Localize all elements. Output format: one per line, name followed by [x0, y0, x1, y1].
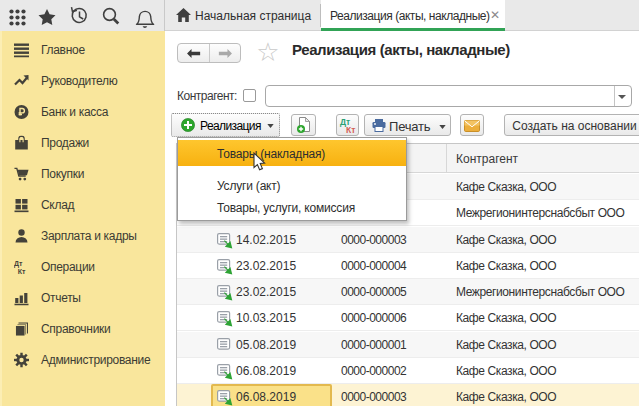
- svg-text:Кт: Кт: [18, 267, 26, 274]
